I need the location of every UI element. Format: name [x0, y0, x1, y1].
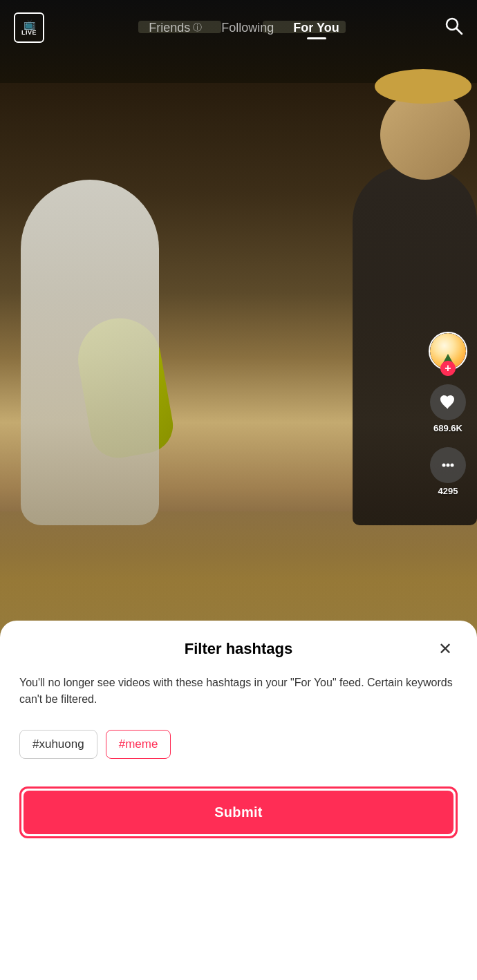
- sheet-header: Filter hashtags ✕: [19, 640, 458, 658]
- chip-xuhuong-label: #xuhuong: [32, 737, 84, 751]
- filter-hashtags-sheet: Filter hashtags ✕ You'll no longer see v…: [0, 621, 477, 980]
- comment-button[interactable]: 4295: [430, 447, 466, 496]
- like-count: 689.6K: [433, 423, 462, 433]
- top-nav: 📺 LIVE Friends ⓘ Following For You: [0, 0, 477, 50]
- follow-button[interactable]: +: [440, 361, 456, 376]
- sheet-description: You'll no longer see videos with these h…: [19, 675, 458, 708]
- comment-count: 4295: [438, 486, 458, 496]
- tab-friends-label: Friends: [149, 21, 190, 35]
- tv-icon: 📺: [24, 19, 35, 29]
- nav-tabs: Friends ⓘ Following For You: [149, 21, 339, 35]
- search-button[interactable]: [444, 16, 463, 40]
- video-background: [0, 0, 477, 650]
- tab-following-label: Following: [221, 21, 274, 35]
- close-button[interactable]: ✕: [433, 638, 458, 660]
- chip-meme[interactable]: #meme: [106, 730, 171, 759]
- like-button[interactable]: 689.6K: [430, 384, 466, 433]
- info-icon: ⓘ: [193, 21, 202, 34]
- creator-avatar[interactable]: +: [429, 332, 467, 370]
- submit-button[interactable]: Submit: [24, 791, 453, 834]
- chip-xuhuong[interactable]: #xuhuong: [19, 730, 97, 759]
- heart-icon: [430, 384, 466, 420]
- tab-friends[interactable]: Friends ⓘ: [149, 21, 202, 35]
- hashtag-chips: #xuhuong #meme: [19, 730, 458, 759]
- sheet-title: Filter hashtags: [185, 640, 292, 658]
- live-badge[interactable]: 📺 LIVE: [14, 12, 44, 43]
- svg-line-1: [456, 28, 462, 34]
- submit-button-wrap: Submit: [19, 786, 458, 838]
- tab-for-you[interactable]: For You: [293, 21, 339, 35]
- tab-for-you-label: For You: [293, 21, 339, 35]
- action-buttons: + 689.6K 4295: [429, 332, 467, 496]
- chip-meme-label: #meme: [119, 737, 158, 751]
- live-text: LIVE: [21, 29, 37, 36]
- comment-icon: [430, 447, 466, 483]
- tab-following[interactable]: Following: [221, 21, 274, 35]
